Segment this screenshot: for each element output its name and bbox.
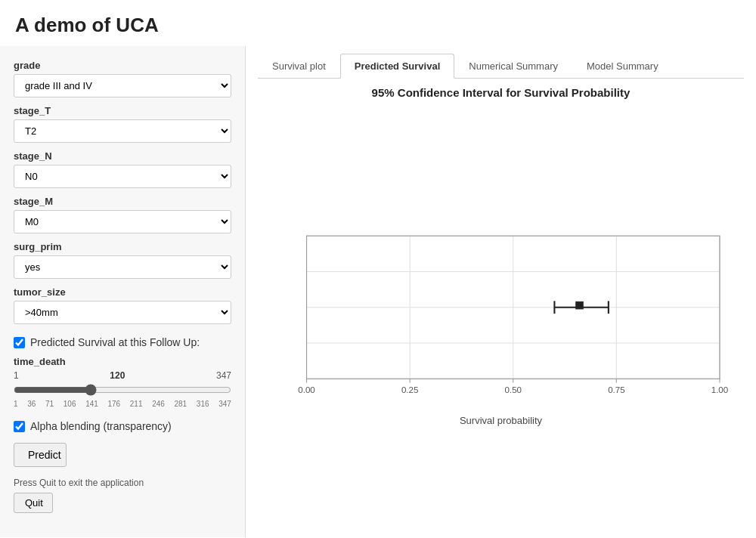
tab-survival-plot[interactable]: Survival plot xyxy=(258,54,340,78)
tumor-size-field-group: tumor_size >40mm <=20mm 21-40mm xyxy=(14,286,231,324)
alpha-blending-checkbox[interactable] xyxy=(14,421,25,432)
predicted-survival-checkbox[interactable] xyxy=(14,337,25,348)
alpha-blending-label: Alpha blending (transparency) xyxy=(30,420,172,432)
chart-title: 95% Confidence Interval for Survival Pro… xyxy=(258,86,744,99)
grade-field-group: grade grade III and IV grade I and II xyxy=(14,60,231,97)
slider-ticks: 1 36 71 106 141 176 211 246 281 316 347 xyxy=(14,400,231,408)
stage-t-select[interactable]: T2 T1 T3 T4 xyxy=(14,119,231,143)
chart-container: 0.00 0.25 0.50 0.75 1.00 xyxy=(267,209,736,413)
app-title: A demo of UCA xyxy=(0,0,756,46)
svg-text:0.50: 0.50 xyxy=(504,385,521,394)
quit-section: Press Quit to exit the application Quit xyxy=(14,478,231,513)
tab-predicted-survival[interactable]: Predicted Survival xyxy=(340,54,454,79)
svg-text:1.00: 1.00 xyxy=(711,385,727,394)
slider-label: time_death xyxy=(14,356,231,367)
stage-m-select[interactable]: M0 M1 xyxy=(14,210,231,233)
stage-m-field-group: stage_M M0 M1 xyxy=(14,196,231,233)
tab-numerical-summary[interactable]: Numerical Summary xyxy=(454,54,572,78)
stage-n-label: stage_N xyxy=(14,150,231,162)
surg-prim-field-group: surg_prim yes no xyxy=(14,241,231,279)
surg-prim-label: surg_prim xyxy=(14,241,231,252)
svg-text:0.00: 0.00 xyxy=(298,385,314,394)
svg-rect-13 xyxy=(575,301,582,308)
chart-area: 0.00 0.25 0.50 0.75 1.00 Survival probab… xyxy=(258,105,744,530)
alpha-checkbox-row: Alpha blending (transparency) xyxy=(14,420,231,432)
tab-model-summary[interactable]: Model Summary xyxy=(572,54,673,78)
right-panel: Survival plot Predicted Survival Numeric… xyxy=(246,46,756,537)
surg-prim-select[interactable]: yes no xyxy=(14,255,231,279)
quit-button[interactable]: Quit xyxy=(14,493,53,513)
quit-text: Press Quit to exit the application xyxy=(14,478,231,488)
predicted-survival-checkbox-label: Predicted Survival at this Follow Up: xyxy=(30,336,200,348)
time-death-slider[interactable] xyxy=(14,384,231,396)
predict-button[interactable]: Predict xyxy=(14,443,67,467)
stage-t-label: stage_T xyxy=(14,105,231,116)
predicted-survival-checkbox-row: Predicted Survival at this Follow Up: xyxy=(14,336,231,348)
stage-n-field-group: stage_N N0 N1 N2 N3 xyxy=(14,150,231,188)
left-panel: grade grade III and IV grade I and II st… xyxy=(0,46,246,537)
stage-n-select[interactable]: N0 N1 N2 N3 xyxy=(14,165,231,188)
grade-label: grade xyxy=(14,60,231,71)
tabs-row: Survival plot Predicted Survival Numeric… xyxy=(258,54,744,79)
x-axis-label: Survival probability xyxy=(460,415,542,426)
slider-section: time_death 1 120 347 1 36 71 106 141 176… xyxy=(14,356,231,408)
grade-select[interactable]: grade III and IV grade I and II xyxy=(14,74,231,97)
tumor-size-label: tumor_size xyxy=(14,286,231,298)
stage-t-field-group: stage_T T2 T1 T3 T4 xyxy=(14,105,231,143)
tumor-size-select[interactable]: >40mm <=20mm 21-40mm xyxy=(14,301,231,324)
svg-text:0.75: 0.75 xyxy=(608,385,624,394)
svg-text:0.25: 0.25 xyxy=(401,385,417,394)
confidence-interval-chart: 0.00 0.25 0.50 0.75 1.00 xyxy=(267,209,736,413)
stage-m-label: stage_M xyxy=(14,196,231,207)
slider-min-display: 1 xyxy=(14,370,19,381)
slider-max-display: 347 xyxy=(216,370,231,381)
slider-current-value: 120 xyxy=(110,370,125,381)
